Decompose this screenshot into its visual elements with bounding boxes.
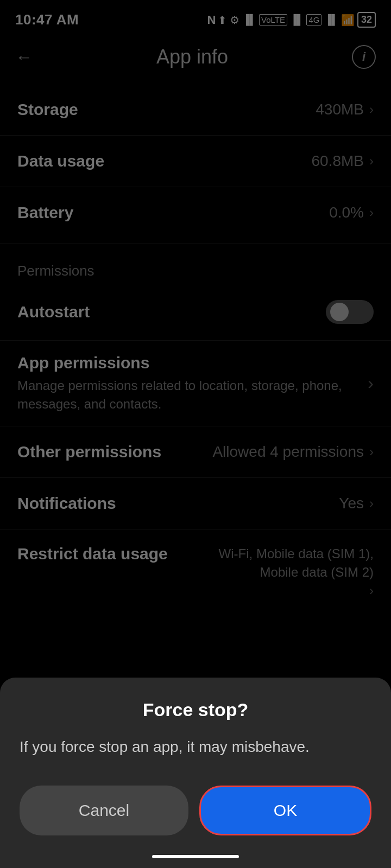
- dialog-buttons: Cancel OK: [20, 786, 371, 835]
- home-indicator: [152, 855, 239, 858]
- dialog-title: Force stop?: [20, 699, 371, 720]
- dialog-body: If you force stop an app, it may misbeha…: [20, 736, 371, 758]
- ok-button[interactable]: OK: [199, 786, 371, 835]
- cancel-button[interactable]: Cancel: [20, 786, 188, 835]
- force-stop-dialog: Force stop? If you force stop an app, it…: [0, 678, 391, 868]
